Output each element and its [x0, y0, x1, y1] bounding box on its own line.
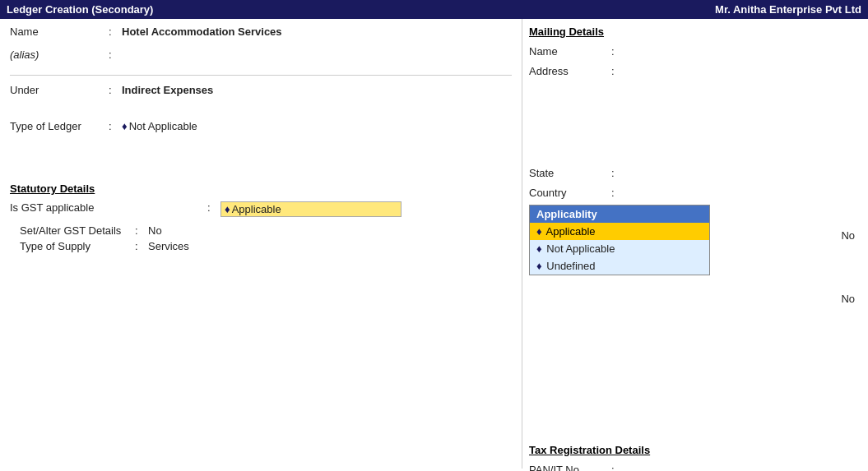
right-panel-content: Mailing Details Name : Address : State : [529, 25, 861, 471]
diamond-icon-dd-2: ♦ [536, 242, 542, 255]
alias-label: (alias) [10, 48, 109, 61]
pan-row: PAN/IT No. : [529, 461, 861, 471]
type-of-supply-row: Type of Supply : Services [10, 240, 512, 252]
right-no-1: No [841, 229, 855, 242]
under-label: Under [10, 84, 109, 96]
under-row: Under : Indirect Expenses [10, 84, 512, 102]
right-address-row: Address : [529, 62, 861, 79]
spacer-2 [10, 143, 512, 156]
right-name-colon: : [611, 45, 624, 58]
right-name-row: Name : [529, 43, 861, 59]
main-content: Name : Hotel Accommodation Services (ali… [0, 19, 868, 469]
right-no-1-row: No [841, 229, 855, 242]
divider-1 [10, 75, 512, 76]
dropdown-item-undefined[interactable]: ♦ Undefined [530, 257, 709, 275]
right-state-row: State : [529, 164, 861, 181]
type-of-ledger-value: ♦Not Applicable [122, 120, 512, 132]
gst-input[interactable]: ♦Applicable [220, 201, 402, 217]
gst-row: Is GST applicable : ♦Applicable [10, 201, 512, 219]
set-alter-value: No [148, 224, 512, 237]
type-of-ledger-label: Type of Ledger [10, 120, 109, 132]
statutory-heading: Statutory Details [10, 182, 512, 195]
dropdown-header: Applicablity [530, 205, 709, 223]
app-header: Ledger Creation (Secondary) Mr. Anitha E… [0, 0, 868, 19]
gst-label: Is GST applicable [10, 201, 207, 214]
under-value: Indirect Expenses [122, 84, 512, 96]
alias-row: (alias) : [10, 48, 512, 67]
header-title-left: Ledger Creation (Secondary) [7, 3, 153, 16]
type-of-supply-colon: : [135, 240, 148, 252]
header-title-right: Mr. Anitha Enterprise Pvt Ltd [715, 3, 861, 16]
name-colon: : [109, 25, 122, 38]
right-country-colon: : [611, 187, 624, 199]
right-country-label: Country [529, 187, 611, 199]
type-of-ledger-row: Type of Ledger : ♦Not Applicable [10, 120, 512, 138]
right-address-label: Address [529, 65, 611, 77]
diamond-icon-dd-1: ♦ [536, 225, 542, 238]
right-state-label: State [529, 167, 611, 179]
set-alter-label: Set/Alter GST Details [20, 224, 135, 237]
name-label: Name [10, 25, 109, 38]
diamond-icon-dd-3: ♦ [536, 260, 542, 272]
tax-reg-heading: Tax Registration Details [529, 444, 861, 456]
spacer-1 [10, 107, 512, 120]
gst-colon: : [207, 201, 220, 214]
dropdown-item-applicable[interactable]: ♦ Applicable [530, 223, 709, 240]
statutory-section: Statutory Details Is GST applicable : ♦A… [10, 182, 512, 252]
alias-colon: : [109, 48, 122, 61]
diamond-icon-1: ♦ [122, 120, 128, 132]
set-alter-row: Set/Alter GST Details : No [10, 224, 512, 237]
type-of-supply-value: Services [148, 240, 512, 252]
name-row: Name : Hotel Accommodation Services [10, 25, 512, 44]
address-spacer [529, 82, 861, 164]
under-colon: : [109, 84, 122, 96]
right-address-colon: : [611, 65, 624, 77]
spacer-3 [10, 156, 512, 169]
left-panel: Name : Hotel Accommodation Services (ali… [0, 19, 522, 469]
set-alter-colon: : [135, 224, 148, 237]
name-value: Hotel Accommodation Services [122, 25, 512, 38]
right-country-row: Country : [529, 184, 861, 201]
type-of-supply-label: Type of Supply [20, 240, 135, 252]
right-no-2: No [841, 293, 855, 305]
right-panel: Mailing Details Name : Address : State : [522, 19, 868, 469]
right-state-colon: : [611, 167, 624, 179]
pan-colon: : [611, 464, 624, 472]
diamond-icon-2: ♦ [225, 203, 230, 215]
dropdown-item-not-applicable[interactable]: ♦ Not Applicable [530, 240, 709, 257]
type-of-ledger-colon: : [109, 120, 122, 132]
tax-reg-section: Tax Registration Details PAN/IT No. : [529, 444, 861, 471]
pan-label: PAN/IT No. [529, 464, 611, 472]
right-no-2-row: No [841, 293, 855, 305]
applicablity-dropdown[interactable]: Applicablity ♦ Applicable ♦ Not Applicab… [529, 205, 710, 275]
mailing-heading: Mailing Details [529, 25, 861, 38]
right-name-label: Name [529, 45, 611, 58]
